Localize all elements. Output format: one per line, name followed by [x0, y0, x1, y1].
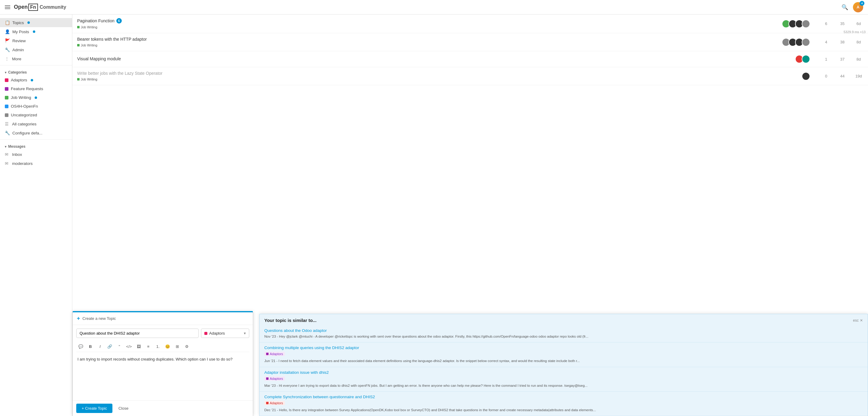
similar-panel-esc[interactable]: esc ✕ [853, 318, 863, 323]
close-x-icon[interactable]: ✕ [860, 318, 863, 323]
similar-cat-tag[interactable]: Adaptors [264, 377, 285, 381]
table-row[interactable]: Pagination Function 6 Job Writing 6 [72, 14, 868, 33]
composer-plus-icon: + [77, 315, 80, 322]
sidebar-item-all-categories[interactable]: ☰ All categories [0, 119, 72, 128]
sidebar-item-more[interactable]: ⋮ More [0, 54, 72, 63]
header-right: 🔍 A 4 [841, 2, 863, 12]
sidebar-label-feature-requests: Feature Requests [11, 87, 43, 91]
topic-title: Pagination Function 6 [77, 18, 777, 24]
new-topic-composer: + Create a new Topic Adaptors ▾ 💬 B I 🔗 … [72, 312, 253, 416]
toolbar-link-btn[interactable]: 🔗 [105, 342, 114, 351]
toolbar-code-btn[interactable]: </> [124, 342, 133, 351]
toolbar-bullet-list-btn[interactable]: ≡ [144, 342, 153, 351]
sidebar-item-review[interactable]: 🚩 Review [0, 36, 72, 45]
table-row[interactable]: Write better jobs with the Lazy State Op… [72, 67, 868, 85]
sidebar-section-messages[interactable]: ▾ Messages [0, 141, 72, 150]
topic-title: Write better jobs with the Lazy State Op… [77, 71, 781, 76]
job-writing-color-dot [5, 96, 8, 99]
similar-topic-item: Combining multiple queries using the DHI… [259, 343, 868, 367]
topic-category[interactable]: Job Writing [77, 78, 97, 81]
category-select-arrow-icon: ▾ [244, 331, 246, 335]
sidebar-label-all-categories: All categories [12, 122, 36, 126]
toolbar-settings-btn[interactable]: ⚙ [182, 342, 191, 351]
topic-cat-dot [77, 78, 80, 81]
sidebar-item-admin[interactable]: 🔧 Admin [0, 45, 72, 54]
similar-cat-tag[interactable]: Adaptors [264, 401, 285, 405]
composer-title-row: Adaptors ▾ [76, 329, 249, 338]
sidebar-section-categories[interactable]: ▾ Categories [0, 67, 72, 76]
toolbar-emoji2-btn[interactable]: 😊 [163, 342, 172, 351]
composer-body: Adaptors ▾ 💬 B I 🔗 " </> 🖼 ≡ 1. 😊 ⊞ ⚙ I … [73, 325, 253, 400]
table-row[interactable]: Visual Mapping module 1 37 8d [72, 51, 868, 67]
category-select-dot [204, 332, 207, 335]
topics-icon: 📋 [5, 20, 10, 25]
hamburger-menu[interactable] [5, 5, 10, 9]
topic-category[interactable]: Job Writing [77, 25, 97, 29]
configure-icon: 🔧 [5, 130, 10, 135]
sidebar-item-moderators[interactable]: ✉ moderators [0, 159, 72, 168]
similar-topic-desc: Mar '23 - Hi everyone I am trying to exp… [264, 383, 863, 388]
sidebar-item-os4h[interactable]: OS4H-OpenFn [0, 102, 72, 111]
similar-topic-title[interactable]: Combining multiple queries using the DHI… [264, 346, 863, 350]
header: Open Fn Community 🔍 A 4 [0, 0, 868, 14]
uncategorized-color-dot [5, 113, 8, 117]
similar-cat-tag[interactable]: Adaptors [264, 352, 285, 356]
sidebar-label-more: More [12, 57, 22, 61]
similar-topic-title[interactable]: Adaptor installation issue with dhis2 [264, 370, 863, 375]
toolbar-quote-btn[interactable]: " [115, 342, 124, 351]
esc-label: esc [853, 318, 859, 323]
topic-replies: 6 [822, 21, 831, 26]
sidebar-item-adaptors[interactable]: Adaptors [0, 76, 72, 84]
toolbar-bold-btn[interactable]: B [86, 342, 95, 351]
sidebar-item-topics[interactable]: 📋 Topics [0, 18, 72, 27]
topic-title-text[interactable]: Visual Mapping module [77, 56, 121, 61]
toolbar-italic-btn[interactable]: I [96, 342, 104, 351]
job-writing-unread-dot [35, 96, 37, 99]
topic-title-text[interactable]: Write better jobs with the Lazy State Op… [77, 71, 162, 76]
topic-title-input[interactable] [76, 329, 198, 338]
my-posts-unread-dot [33, 30, 35, 33]
topic-info: Pagination Function 6 Job Writing [77, 18, 777, 29]
topic-category[interactable]: Job Writing [77, 43, 97, 47]
sidebar-item-feature-requests[interactable]: Feature Requests [0, 84, 72, 93]
toolbar-numbered-list-btn[interactable]: 1. [153, 342, 162, 351]
sidebar-item-uncategorized[interactable]: Uncategorized [0, 111, 72, 119]
similar-topic-title[interactable]: Complete Synchronization between questio… [264, 395, 863, 399]
my-posts-icon: 👤 [5, 29, 10, 34]
sidebar-label-uncategorized: Uncategorized [11, 113, 37, 117]
similar-topic-desc: Jun '21 - I need to fetch data element v… [264, 358, 863, 363]
topic-avatar [802, 20, 810, 28]
sidebar-item-configure[interactable]: 🔧 Configure defa... [0, 128, 72, 138]
toolbar-image-btn[interactable]: 🖼 [134, 342, 143, 351]
user-avatar-wrap[interactable]: A 4 [853, 2, 863, 12]
similar-topic-title[interactable]: Questions about the Odoo adaptor [264, 328, 863, 333]
topic-activity: 19d [854, 74, 863, 78]
similar-cat-label: Adaptors [270, 401, 283, 405]
sidebar-item-my-posts[interactable]: 👤 My Posts [0, 27, 72, 36]
similar-topic-item: Complete Synchronization between questio… [259, 392, 868, 416]
topic-title-text[interactable]: Pagination Function [77, 19, 115, 23]
avatar-notification-badge: 4 [860, 1, 864, 6]
toolbar-table-btn[interactable]: ⊞ [173, 342, 182, 351]
category-select[interactable]: Adaptors ▾ [201, 329, 249, 338]
topic-replies: 1 [822, 57, 831, 61]
topic-title-text[interactable]: Bearer tokens with the HTTP adaptor [77, 37, 147, 41]
table-row[interactable]: Bearer tokens with the HTTP adaptor Job … [72, 33, 868, 51]
topic-avatars [786, 72, 810, 81]
sidebar-item-inbox[interactable]: ✉ Inbox [0, 150, 72, 159]
sidebar-item-job-writing[interactable]: Job Writing [0, 93, 72, 102]
logo-open: Open [14, 4, 28, 10]
similar-topics-panel: Your topic is similar to... esc ✕ Questi… [259, 314, 868, 416]
topic-views: 35 [838, 21, 847, 26]
search-button[interactable]: 🔍 [841, 4, 848, 10]
sidebar-label-adaptors: Adaptors [11, 78, 27, 82]
composer-text-area[interactable]: I am trying to import records without cr… [76, 355, 249, 397]
topic-reply-badge: 6 [116, 18, 122, 24]
toolbar-emoji-btn[interactable]: 💬 [76, 342, 85, 351]
similar-topic-item: Adaptor installation issue with dhis2 Ad… [259, 367, 868, 392]
close-composer-button[interactable]: Close [116, 404, 131, 413]
topics-unread-dot [27, 21, 30, 24]
topic-views: 44 [838, 74, 847, 78]
topic-title: Visual Mapping module [77, 56, 781, 61]
create-topic-button[interactable]: + Create Topic [76, 404, 113, 413]
